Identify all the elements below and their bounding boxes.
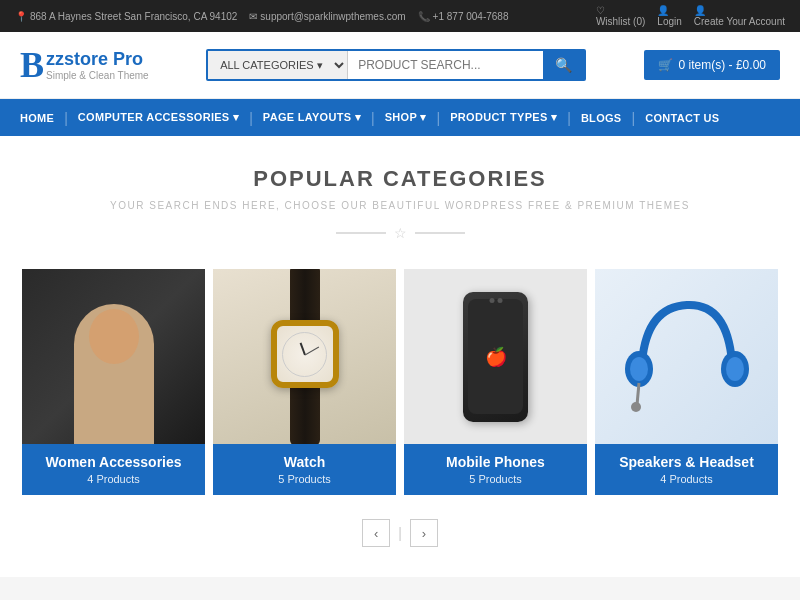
svg-point-3 bbox=[726, 357, 744, 381]
phone-body: 🍎 bbox=[463, 292, 528, 422]
watch-body bbox=[271, 269, 339, 444]
section-divider: ☆ bbox=[20, 225, 780, 241]
heart-icon: ♡ bbox=[596, 5, 645, 16]
section-title: POPULAR CATEGORIES bbox=[20, 166, 780, 192]
watch-minute-hand bbox=[304, 346, 318, 355]
watch-face-inner bbox=[282, 332, 327, 377]
phone-image: 🍎 bbox=[404, 269, 587, 444]
email-info: ✉ support@sparklinwpthemes.com bbox=[249, 11, 405, 22]
location-icon: 📍 bbox=[15, 11, 27, 22]
divider-line-right bbox=[415, 232, 465, 234]
logo-text: zzstore Pro Simple & Clean Theme bbox=[46, 49, 149, 81]
cart-label: 0 item(s) - £0.00 bbox=[679, 58, 766, 72]
women-image bbox=[22, 269, 205, 444]
top-bar-right: ♡ Wishlist (0) 👤 Login 👤 Create Your Acc… bbox=[596, 5, 785, 27]
address-info: 📍 868 A Haynes Street San Francisco, CA … bbox=[15, 11, 237, 22]
phone-info: 📞 +1 877 004-7688 bbox=[418, 11, 509, 22]
watch-strap-top bbox=[290, 269, 320, 322]
nav-item-product-types[interactable]: PRODUCT TYPES ▾ bbox=[440, 99, 567, 136]
headset-svg bbox=[617, 287, 757, 427]
nav-item-shop[interactable]: SHOP ▾ bbox=[375, 99, 437, 136]
phone-text: +1 877 004-7688 bbox=[433, 11, 509, 22]
categories-grid: Women Accessories 4 Products bbox=[20, 269, 780, 495]
camera-dot-2 bbox=[497, 298, 502, 303]
main-nav: HOME | COMPUTER ACCESSORIES ▾ | PAGE LAY… bbox=[0, 99, 800, 136]
apple-logo: 🍎 bbox=[485, 346, 507, 368]
page-separator: | bbox=[396, 519, 404, 547]
divider-line-left bbox=[336, 232, 386, 234]
category-select[interactable]: ALL CATEGORIES ▾ bbox=[208, 51, 348, 79]
pagination: ‹ | › bbox=[20, 519, 780, 547]
category-card-headset[interactable]: Speakers & Headset 4 Products bbox=[595, 269, 778, 495]
search-button[interactable]: 🔍 bbox=[543, 51, 584, 79]
category-count-watch: 5 Products bbox=[225, 473, 384, 485]
email-text: support@sparklinwpthemes.com bbox=[260, 11, 405, 22]
camera-dot-1 bbox=[489, 298, 494, 303]
category-name-phones: Mobile Phones bbox=[416, 454, 575, 470]
logo[interactable]: B zzstore Pro Simple & Clean Theme bbox=[20, 44, 149, 86]
user-icon: 👤 bbox=[657, 5, 681, 16]
category-image-watch bbox=[213, 269, 396, 444]
svg-point-1 bbox=[630, 357, 648, 381]
category-card-women[interactable]: Women Accessories 4 Products bbox=[22, 269, 205, 495]
next-button[interactable]: › bbox=[410, 519, 438, 547]
category-label-watch: Watch 5 Products bbox=[213, 444, 396, 495]
headset-image bbox=[595, 269, 778, 444]
category-image-headset bbox=[595, 269, 778, 444]
nav-item-page-layouts[interactable]: PAGE LAYOUTS ▾ bbox=[253, 99, 371, 136]
category-card-phones[interactable]: 🍎 Mobile Phones 5 Products bbox=[404, 269, 587, 495]
category-card-watch[interactable]: Watch 5 Products bbox=[213, 269, 396, 495]
section-subtitle: YOUR SEARCH ENDS HERE, CHOOSE OUR BEAUTI… bbox=[20, 200, 780, 211]
watch-hour-hand bbox=[299, 342, 305, 355]
prev-button[interactable]: ‹ bbox=[362, 519, 390, 547]
phone-camera bbox=[489, 298, 502, 303]
phone-icon: 📞 bbox=[418, 11, 430, 22]
address-text: 868 A Haynes Street San Francisco, CA 94… bbox=[30, 11, 237, 22]
logo-subtitle: Simple & Clean Theme bbox=[46, 70, 149, 81]
category-label-phones: Mobile Phones 5 Products bbox=[404, 444, 587, 495]
watch-image bbox=[213, 269, 396, 444]
add-user-icon: 👤 bbox=[694, 5, 785, 16]
svg-point-5 bbox=[631, 402, 641, 412]
watch-face bbox=[271, 320, 339, 388]
nav-item-blogs[interactable]: BLOGS bbox=[571, 100, 632, 136]
svg-line-4 bbox=[637, 383, 639, 405]
main-content: POPULAR CATEGORIES YOUR SEARCH ENDS HERE… bbox=[0, 136, 800, 577]
top-bar: 📍 868 A Haynes Street San Francisco, CA … bbox=[0, 0, 800, 32]
create-account-link[interactable]: 👤 Create Your Account bbox=[694, 5, 785, 27]
wishlist-link[interactable]: ♡ Wishlist (0) bbox=[596, 5, 645, 27]
email-icon: ✉ bbox=[249, 11, 257, 22]
header: B zzstore Pro Simple & Clean Theme ALL C… bbox=[0, 32, 800, 99]
nav-item-home[interactable]: HOME bbox=[10, 100, 64, 136]
star-icon: ☆ bbox=[394, 225, 407, 241]
logo-title: zzstore Pro bbox=[46, 49, 149, 70]
category-name-watch: Watch bbox=[225, 454, 384, 470]
nav-item-computer-accessories[interactable]: COMPUTER ACCESSORIES ▾ bbox=[68, 99, 249, 136]
nav-item-contact[interactable]: CONTACT US bbox=[635, 100, 729, 136]
top-bar-left: 📍 868 A Haynes Street San Francisco, CA … bbox=[15, 11, 508, 22]
logo-icon: B bbox=[20, 44, 44, 86]
cart-icon: 🛒 bbox=[658, 58, 673, 72]
watch-strap-bottom bbox=[290, 386, 320, 444]
search-bar: ALL CATEGORIES ▾ 🔍 bbox=[206, 49, 586, 81]
category-count-headset: 4 Products bbox=[607, 473, 766, 485]
category-image-phones: 🍎 bbox=[404, 269, 587, 444]
search-input[interactable] bbox=[348, 51, 543, 79]
category-count-phones: 5 Products bbox=[416, 473, 575, 485]
login-link[interactable]: 👤 Login bbox=[657, 5, 681, 27]
category-label-women: Women Accessories 4 Products bbox=[22, 444, 205, 495]
category-name-women: Women Accessories bbox=[34, 454, 193, 470]
cart-button[interactable]: 🛒 0 item(s) - £0.00 bbox=[644, 50, 780, 80]
category-image-women bbox=[22, 269, 205, 444]
category-count-women: 4 Products bbox=[34, 473, 193, 485]
category-name-headset: Speakers & Headset bbox=[607, 454, 766, 470]
category-label-headset: Speakers & Headset 4 Products bbox=[595, 444, 778, 495]
